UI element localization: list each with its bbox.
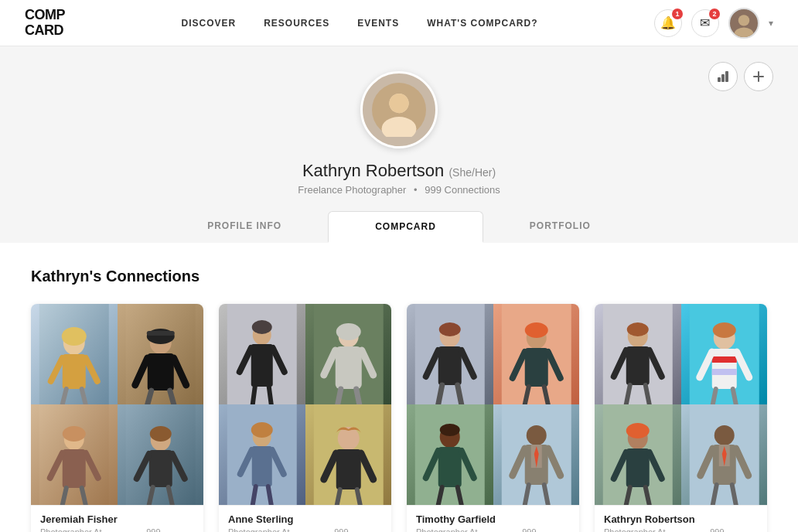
svg-line-59 <box>356 389 359 404</box>
profile-header: Kathryn Robertson (She/Her) Freelance Ph… <box>0 46 798 243</box>
svg-line-27 <box>147 390 151 404</box>
card-info: Jeremiah Fisher Photographer At National… <box>31 505 203 532</box>
stats-button[interactable] <box>708 62 738 91</box>
svg-rect-111 <box>626 346 650 385</box>
profile-tabs: PROFILE INFO COMPCARD PORTFOLIO <box>15 211 783 243</box>
card-photo <box>407 304 493 404</box>
tab-compcard[interactable]: COMPCARD <box>328 211 483 243</box>
svg-rect-4 <box>721 74 725 82</box>
nav-links: DISCOVER RESOURCES EVENTS WHAT'S COMPCAR… <box>181 18 537 29</box>
mail-icon: ✉ <box>700 15 710 30</box>
card-meta: Photographer At National Geog... • 999 C… <box>40 527 194 532</box>
card-photo <box>305 404 392 505</box>
svg-line-81 <box>438 385 442 404</box>
svg-point-52 <box>252 320 272 334</box>
profile-subtitle: Freelance Photographer • 999 Connections <box>15 184 783 196</box>
add-button[interactable] <box>744 62 773 91</box>
svg-rect-47 <box>251 344 273 387</box>
card-name: Kathryn Robertson <box>604 513 758 525</box>
card-photo <box>31 404 118 505</box>
svg-line-66 <box>253 486 256 505</box>
svg-line-74 <box>336 489 339 505</box>
svg-rect-87 <box>524 348 547 387</box>
svg-line-51 <box>269 387 271 404</box>
connection-card[interactable]: Jeremiah Fisher Photographer At National… <box>31 304 203 532</box>
card-photo <box>595 404 681 505</box>
svg-rect-71 <box>336 449 360 489</box>
notifications-button[interactable]: 🔔 1 <box>654 9 682 37</box>
card-photo <box>681 304 768 404</box>
nav-resources[interactable]: RESOURCES <box>264 18 329 29</box>
messages-button[interactable]: ✉ 2 <box>691 9 719 37</box>
profile-top-actions <box>708 62 773 91</box>
svg-point-68 <box>251 422 273 438</box>
connection-card[interactable]: Timothy Garfield Photographer At Nationa… <box>407 304 579 532</box>
svg-point-99 <box>440 424 460 436</box>
card-photos <box>407 304 579 505</box>
card-info: Kathryn Robertson Photographer At Nation… <box>595 505 767 532</box>
card-photo <box>219 404 305 505</box>
connection-card[interactable]: Kathryn Robertson Photographer At Nation… <box>595 304 767 532</box>
connections-title: Kathryn's Connections <box>31 268 767 285</box>
svg-rect-130 <box>626 448 650 487</box>
svg-rect-78 <box>438 346 462 385</box>
main-content: Kathryn's Connections <box>0 243 798 532</box>
svg-point-36 <box>63 426 86 442</box>
svg-point-101 <box>526 425 546 445</box>
card-name: Jeremiah Fisher <box>40 513 194 525</box>
tab-portfolio[interactable]: PORTFOLIO <box>483 211 637 243</box>
svg-line-125 <box>732 389 735 404</box>
navbar-actions: 🔔 1 ✉ 2 ▾ <box>654 8 773 39</box>
nav-whats-compcard[interactable]: WHAT'S COMPCARD? <box>427 18 537 29</box>
svg-rect-120 <box>711 356 736 363</box>
svg-point-136 <box>714 425 734 445</box>
card-name: Anne Sterling <box>228 513 382 525</box>
svg-point-116 <box>627 322 649 336</box>
navbar: COMP CARD DISCOVER RESOURCES EVENTS WHAT… <box>0 0 798 46</box>
svg-rect-23 <box>146 331 174 336</box>
svg-rect-39 <box>148 450 172 487</box>
card-photo <box>305 304 392 404</box>
user-avatar-button[interactable] <box>728 8 759 39</box>
svg-point-86 <box>524 322 547 338</box>
card-photo <box>31 304 118 404</box>
svg-point-44 <box>149 426 171 442</box>
card-photos <box>595 304 767 505</box>
connection-card[interactable]: Anne Sterling Photographer At National G… <box>219 304 391 532</box>
svg-rect-14 <box>63 354 86 389</box>
svg-line-67 <box>268 486 271 505</box>
card-photo <box>493 304 580 404</box>
svg-point-83 <box>439 322 461 336</box>
message-badge: 2 <box>709 9 720 19</box>
connections-grid: Jeremiah Fisher Photographer At National… <box>31 304 767 532</box>
svg-line-50 <box>253 387 255 404</box>
logo[interactable]: COMP CARD <box>25 8 65 39</box>
svg-rect-121 <box>711 369 736 375</box>
svg-line-28 <box>169 390 173 404</box>
svg-point-1 <box>738 15 749 26</box>
svg-rect-3 <box>718 77 721 82</box>
svg-point-126 <box>712 322 735 338</box>
card-meta: Photographer At National Geog... • 999 C… <box>416 527 570 532</box>
chart-icon <box>716 70 730 84</box>
profile-avatar <box>360 71 438 148</box>
svg-rect-5 <box>725 71 728 82</box>
card-photos <box>31 304 203 505</box>
svg-line-82 <box>458 385 462 404</box>
card-photo <box>681 404 768 505</box>
tab-profile-info[interactable]: PROFILE INFO <box>161 211 328 243</box>
svg-point-129 <box>626 423 650 438</box>
notification-badge: 1 <box>672 9 683 19</box>
nav-discover[interactable]: DISCOVER <box>181 18 236 29</box>
nav-events[interactable]: EVENTS <box>357 18 399 29</box>
card-photo <box>407 404 493 505</box>
card-photo <box>118 304 204 404</box>
svg-line-124 <box>712 389 715 404</box>
card-photos <box>219 304 391 505</box>
svg-rect-94 <box>438 447 462 487</box>
avatar-chevron[interactable]: ▾ <box>769 18 773 29</box>
svg-point-60 <box>336 323 360 340</box>
svg-line-58 <box>337 389 340 404</box>
card-photo <box>493 404 580 505</box>
svg-rect-31 <box>63 449 86 488</box>
